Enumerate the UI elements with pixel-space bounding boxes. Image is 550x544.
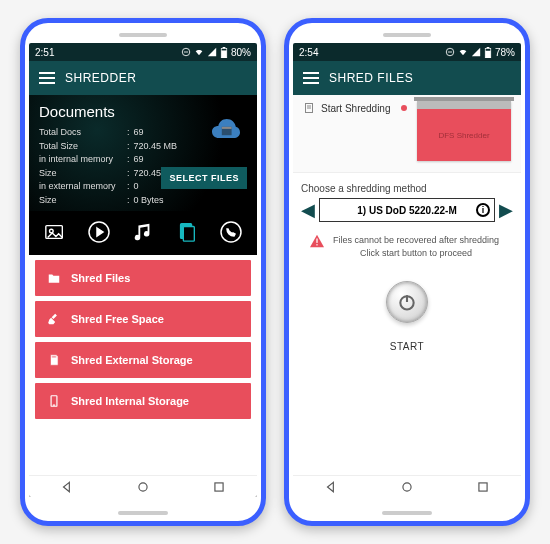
method-caption: Choose a shredding method (301, 183, 513, 194)
phone-speaker (119, 33, 167, 37)
recording-dot-icon (401, 105, 407, 111)
stat-value: 720.45 MB (134, 140, 178, 154)
shredder-badge: DFS Shredder (438, 131, 489, 140)
whatsapp-icon[interactable] (216, 217, 246, 247)
screen: 2:54 78% SHRED FILES Start Shredding (293, 43, 521, 497)
select-files-button[interactable]: SELECT FILES (161, 167, 247, 189)
shred-actions: Shred Files Shred Free Space Shred Exter… (29, 255, 257, 475)
menu-icon[interactable] (39, 72, 55, 84)
status-time: 2:51 (35, 47, 54, 58)
svg-point-15 (139, 482, 147, 490)
broom-icon (47, 312, 61, 326)
svg-rect-4 (221, 50, 227, 58)
svg-rect-25 (316, 238, 317, 242)
video-icon[interactable] (84, 217, 114, 247)
back-icon[interactable] (324, 480, 338, 494)
android-nav-bar (293, 475, 521, 497)
shred-free-space-item[interactable]: Shred Free Space (35, 301, 251, 337)
next-method-icon[interactable]: ▶ (499, 199, 513, 221)
music-icon[interactable] (128, 217, 158, 247)
app-title: SHREDDER (65, 71, 136, 85)
status-icons: 80% (181, 47, 251, 58)
back-icon[interactable] (60, 480, 74, 494)
android-nav-bar (29, 475, 257, 497)
app-bar: SHREDDER (29, 61, 257, 95)
phone-icon (47, 394, 61, 408)
status-bar: 2:51 80% (29, 43, 257, 61)
warning-icon (309, 234, 325, 248)
method-selected-label: 1) US DoD 5220.22-M (357, 205, 456, 216)
phone-speaker (383, 33, 431, 37)
svg-point-29 (403, 482, 411, 490)
info-icon[interactable]: i (476, 203, 490, 217)
battery-pct: 78% (495, 47, 515, 58)
shred-files-item[interactable]: Shred Files (35, 260, 251, 296)
stat-label: Size (39, 167, 127, 181)
svg-rect-3 (223, 47, 226, 48)
svg-rect-16 (215, 482, 223, 490)
warning-line1: Files cannot be recovered after shreddin… (333, 234, 499, 247)
app-bar: SHRED FILES (293, 61, 521, 95)
home-icon[interactable] (400, 480, 414, 494)
filetype-tabs (29, 211, 257, 255)
start-shredding-panel: Start Shredding DFS Shredder (293, 95, 521, 173)
battery-icon (220, 47, 228, 58)
app-title: SHRED FILES (329, 71, 413, 85)
signal-icon (207, 47, 217, 57)
action-label: Shred Internal Storage (71, 395, 189, 407)
svg-rect-21 (485, 50, 491, 57)
wifi-icon (194, 47, 204, 57)
warning-block: Files cannot be recovered after shreddin… (309, 234, 505, 259)
stat-label: Total Docs (39, 126, 127, 140)
menu-icon[interactable] (303, 72, 319, 84)
stat-label: in external memory (39, 180, 127, 194)
shred-external-item[interactable]: Shred External Storage (35, 342, 251, 378)
svg-rect-26 (316, 244, 317, 245)
stat-value: 69 (134, 153, 144, 167)
start-shredding-label: Start Shredding (321, 103, 391, 114)
battery-icon (484, 47, 492, 58)
stat-value: 69 (134, 126, 144, 140)
shredder-illustration: DFS Shredder (417, 101, 511, 161)
svg-rect-11 (183, 227, 194, 242)
screen: 2:51 80% SHREDDER Documents Total Docs:6… (29, 43, 257, 497)
start-button[interactable] (386, 281, 428, 323)
wifi-icon (458, 47, 468, 57)
stat-value: 0 (134, 180, 139, 194)
document-icon (303, 101, 315, 115)
action-label: Shred External Storage (71, 354, 193, 366)
power-icon (397, 292, 417, 312)
dnd-icon (445, 47, 455, 57)
method-picker: ◀ 1) US DoD 5220.22-M i ▶ (301, 198, 513, 222)
recents-icon[interactable] (212, 480, 226, 494)
phone-chin (118, 511, 168, 515)
battery-pct: 80% (231, 47, 251, 58)
recents-icon[interactable] (476, 480, 490, 494)
signal-icon (471, 47, 481, 57)
documents-panel: Documents Total Docs:69 Total Size:720.4… (29, 95, 257, 211)
start-label: START (293, 341, 521, 352)
phone-chin (382, 511, 432, 515)
home-icon[interactable] (136, 480, 150, 494)
shred-internal-item[interactable]: Shred Internal Storage (35, 383, 251, 419)
method-selected[interactable]: 1) US DoD 5220.22-M i (319, 198, 495, 222)
folder-icon (47, 271, 61, 285)
warning-line2: Click start button to proceed (333, 247, 499, 260)
cloud-icon (209, 117, 243, 145)
phone-left: 2:51 80% SHREDDER Documents Total Docs:6… (20, 18, 266, 526)
action-label: Shred Free Space (71, 313, 164, 325)
action-label: Shred Files (71, 272, 130, 284)
sdcard-icon (47, 353, 61, 367)
svg-rect-20 (487, 47, 490, 48)
stat-label: Total Size (39, 140, 127, 154)
status-icons: 78% (445, 47, 515, 58)
photos-icon[interactable] (40, 217, 70, 247)
start-shredding-row: Start Shredding (303, 101, 407, 115)
status-bar: 2:54 78% (293, 43, 521, 61)
phone-right: 2:54 78% SHRED FILES Start Shredding (284, 18, 530, 526)
documents-icon[interactable] (172, 217, 202, 247)
prev-method-icon[interactable]: ◀ (301, 199, 315, 221)
stat-value: 0 Bytes (134, 194, 164, 208)
svg-rect-30 (479, 482, 487, 490)
stat-label: in internal memory (39, 153, 127, 167)
